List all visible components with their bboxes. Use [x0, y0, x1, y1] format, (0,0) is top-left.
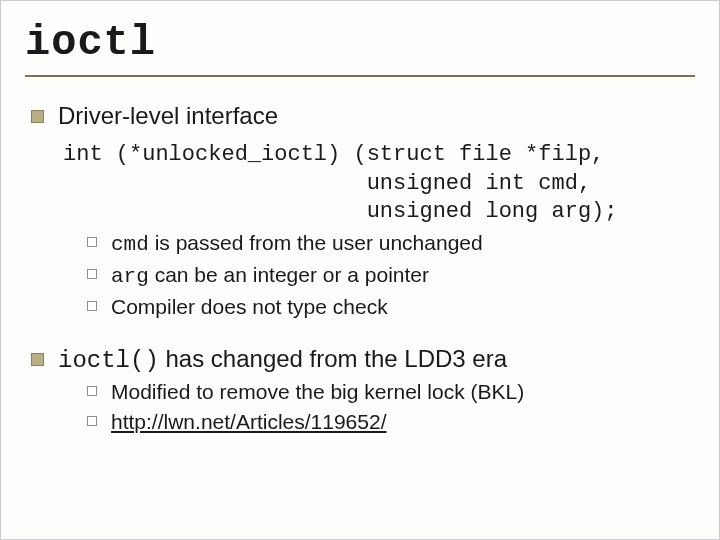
slide: ioctl Driver-level interface int (*unloc…	[0, 0, 720, 540]
hollow-square-bullet-icon	[87, 237, 97, 247]
hollow-square-bullet-icon	[87, 301, 97, 311]
square-bullet-icon	[31, 110, 44, 123]
bullet-item: Driver-level interface	[31, 101, 695, 131]
sub-bullet-text: cmd is passed from the user unchanged	[111, 229, 483, 259]
code-inline: arg	[111, 265, 149, 288]
bullet-text: ioctl() has changed from the LDD3 era	[58, 344, 507, 376]
link[interactable]: http://lwn.net/Articles/119652/	[111, 410, 387, 433]
square-bullet-icon	[31, 353, 44, 366]
title-underline	[25, 75, 695, 77]
sub-bullet-item: Compiler does not type check	[87, 293, 695, 321]
hollow-square-bullet-icon	[87, 416, 97, 426]
sub-bullet-item: http://lwn.net/Articles/119652/	[87, 408, 695, 436]
sub-bullet-item: cmd is passed from the user unchanged	[87, 229, 695, 259]
text-fragment: has changed from the LDD3 era	[159, 345, 507, 372]
code-block: int (*unlocked_ioctl) (struct file *filp…	[63, 141, 695, 227]
bullet-item: ioctl() has changed from the LDD3 era	[31, 344, 695, 376]
text-fragment: Compiler does not type check	[111, 295, 388, 318]
code-inline: cmd	[111, 233, 149, 256]
sub-bullet-item: Modified to remove the big kernel lock (…	[87, 378, 695, 406]
slide-content: Driver-level interface int (*unlocked_io…	[25, 101, 695, 437]
sub-bullet-text: arg can be an integer or a pointer	[111, 261, 429, 291]
slide-title: ioctl	[25, 15, 695, 75]
sub-bullet-text: http://lwn.net/Articles/119652/	[111, 408, 387, 436]
text-fragment: can be an integer or a pointer	[149, 263, 429, 286]
bullet-text: Driver-level interface	[58, 101, 278, 131]
spacer	[31, 322, 695, 336]
hollow-square-bullet-icon	[87, 269, 97, 279]
sub-bullet-text: Modified to remove the big kernel lock (…	[111, 378, 524, 406]
text-fragment: is passed from the user unchanged	[149, 231, 483, 254]
sub-bullet-item: arg can be an integer or a pointer	[87, 261, 695, 291]
hollow-square-bullet-icon	[87, 386, 97, 396]
sub-bullet-text: Compiler does not type check	[111, 293, 388, 321]
code-inline: ioctl()	[58, 347, 159, 374]
